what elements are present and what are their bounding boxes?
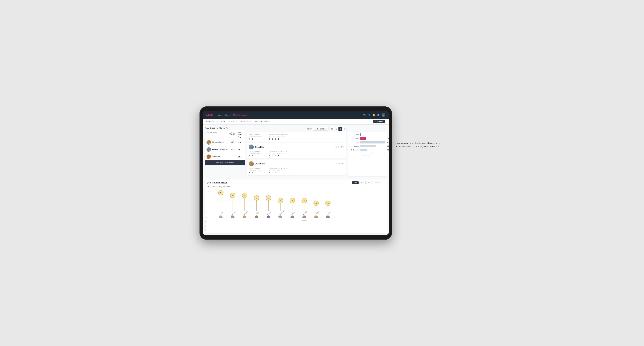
ott-label: OTT [269,136,272,138]
svg-point-55 [314,215,318,218]
leaderboard-header: PLAYER NAME PB SCORE PB AVG SQ [205,130,245,139]
nav-bar: clippd Home Teams My Performance 🔍 👤 🔔 ⚙… [203,111,389,119]
svg-text:6x: 6x [232,195,234,196]
filter-arg[interactable]: ARG [366,181,373,184]
table-row[interactable]: 1 Richard Butler 19/20 110 [205,139,245,146]
content-area: Team Clippd | 14 Players ✏️ PLAYER NAME … [203,125,389,233]
leaderboard-table: PLAYER NAME PB SCORE PB AVG SQ 1 [205,130,245,165]
nav-link-teams[interactable]: Teams [225,113,230,117]
svg-point-60 [326,215,330,218]
svg-text:5x: 5x [268,197,269,199]
putt-label: PUTT [281,136,284,138]
chart-row-eagles: Eagles 3 [350,133,385,136]
chart-label: Eagles [350,134,359,135]
list-view-button[interactable]: ☰ [334,127,338,131]
subnav-pga[interactable]: PGA [222,119,226,124]
subnav-tour[interactable]: Tour [254,119,258,124]
nav-link-performance[interactable]: My Performance [233,113,248,117]
subnav-pgat[interactable]: PGAT Players [206,119,218,124]
filter-putt[interactable]: PUTT [374,181,381,184]
stat-filter-buttons: OTT APP ARG PUTT → [352,181,385,184]
col-header-score: PB SCORE [228,131,236,138]
chart-bar-wrap: 499 [360,141,385,144]
nav-links: Home Teams My Performance [217,113,360,117]
svg-point-45 [290,215,294,218]
chart-bar-wrap: 311 [360,145,385,147]
chart-label: Bogeys [350,145,359,147]
chart-row-birdies: Birdies 96 [350,137,385,140]
player-card-header: Rees Britt 02 Sep 2023 [249,145,344,149]
show-dropdown[interactable]: Last 3 months ▾ [313,127,329,131]
avatar: 2 [206,147,211,152]
chart-value: 311 [387,145,389,147]
chart-row-bogeys: Bogeys 311 [350,145,385,147]
svg-point-30 [255,215,258,218]
table-row[interactable]: 2 Edward Crossman 18/20 107 [205,146,245,153]
col-header-avg: PB AVG SQ [236,131,243,138]
ott-value: 0 [269,138,270,140]
show-bar: Show Last 3 months ▾ ⊞ ☰ ▦ ↕ [247,126,346,132]
bell-icon[interactable]: 🔔 [372,114,375,116]
player-card: Total Rounds Tournament Practice 7 6 [247,132,346,142]
chart-label: Birdies [350,138,359,139]
streaks-svg: 0 2 4 6 8 7x E. Ewert [216,190,334,218]
edit-icon[interactable]: ✏️ [226,127,228,129]
annotation-container: Here you can see streaks your players ha… [396,106,444,149]
arrow-right-icon: → [382,181,385,184]
view-toggles: ⊞ ☰ ▦ ↕ [330,127,346,131]
streaks-title: Best Round Streaks [207,181,227,184]
nav-icons: 🔍 👤 🔔 ⚙️ U [363,113,385,117]
subnav-all-players[interactable]: All Players [261,119,270,124]
user-avatar[interactable]: U [382,113,385,117]
chart-row-pars: Pars 499 [350,141,385,144]
tournament-rounds: 7 [249,138,250,140]
svg-text:4x: 4x [303,200,305,202]
view-leaderboard-button[interactable]: View Full Leaderboard [205,161,245,165]
x-axis-label: Players [224,219,385,221]
chart-view-button[interactable]: ↕ [343,127,346,131]
rank-badge: 2 [209,150,211,152]
filter-app[interactable]: APP [359,181,366,184]
chart-bar-wrap: 96 [360,137,385,140]
subtitle-label: Off The Tee, Fairway Accuracy [207,186,385,188]
tablet-screen: clippd Home Teams My Performance 🔍 👤 🔔 ⚙… [203,111,389,235]
avatar [249,145,254,149]
player-score: 18/20 [228,149,236,151]
chart-value: 499 [387,141,389,143]
subnav-hcaps[interactable]: Hcaps 1-5 [228,119,237,124]
chart-value: 131 [387,149,389,151]
player-name: Richard Butler [212,141,224,143]
player-date: 26 Aug 2023 [336,163,344,165]
player-date: 02 Sep 2023 [336,146,344,148]
search-icon[interactable]: 🔍 [363,114,366,116]
bar-eagles [360,133,361,136]
tournament-label: Tournament [249,136,256,138]
total-rounds-label: Total Rounds [249,134,262,136]
subnav-team-clippd[interactable]: Team Clippd [240,119,251,124]
user-icon[interactable]: 👤 [368,114,371,116]
chart-label: Pars [350,141,359,143]
svg-text:E. Ewert: E. Ewert [219,211,224,216]
streaks-chart-container: Best Streak, Fairway Accuracy 0 [207,190,385,232]
svg-text:3x: 3x [315,202,317,204]
filter-ott[interactable]: OTT [352,181,358,184]
player-score: 17/20 [228,156,236,158]
app-value: 0 [272,138,273,140]
nav-link-home[interactable]: Home [217,113,222,117]
player-name: Josh Coles [255,163,266,165]
add-team-button[interactable]: Add Team [373,120,385,123]
bar-pars [360,141,385,144]
svg-text:C. Quick: C. Quick [326,211,331,216]
practice-activities-label: Total Practice Activities [269,134,288,136]
grid-view-button[interactable]: ⊞ [330,127,334,131]
tablet-frame: clippd Home Teams My Performance 🔍 👤 🔔 ⚙… [200,106,392,240]
svg-text:R. Britt: R. Britt [267,211,271,215]
settings-icon[interactable]: ⚙️ [377,114,380,116]
svg-text:6x: 6x [244,195,246,196]
bar-birdies [360,137,366,140]
team-header: Team Clippd | 14 Players ✏️ [205,126,245,130]
table-row[interactable]: 3 Cameron... 17/20 103 [205,153,245,161]
main-content-top: Team Clippd | 14 Players ✏️ PLAYER NAME … [203,125,389,178]
card-view-button[interactable]: ▦ [338,127,342,131]
right-panel-chart: Eagles 3 Birdies [348,132,387,176]
